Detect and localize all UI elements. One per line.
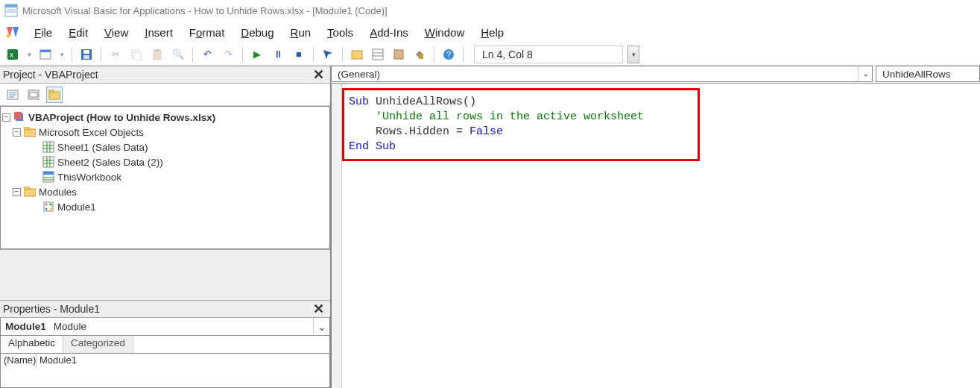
dropdown-icon[interactable]: ▾: [25, 51, 33, 58]
svg-rect-3: [7, 11, 16, 13]
tree-thisworkbook[interactable]: ThisWorkbook: [2, 169, 328, 184]
svg-point-54: [45, 204, 48, 206]
svg-rect-1: [5, 4, 17, 7]
prop-name-value[interactable]: Module1: [37, 354, 329, 369]
dropdown-icon[interactable]: ⌄: [313, 318, 329, 335]
menu-addins[interactable]: Add-Ins: [362, 23, 416, 42]
menu-run[interactable]: Run: [283, 23, 319, 42]
menu-insert[interactable]: Insert: [137, 23, 180, 42]
code-editor[interactable]: Sub UnhideAllRows() 'Unhide all rows in …: [331, 84, 980, 388]
reset-icon[interactable]: ■: [291, 46, 307, 63]
properties-grid[interactable]: (Name) Module1: [0, 354, 330, 388]
menu-file[interactable]: File: [27, 23, 60, 42]
collapse-icon[interactable]: −: [2, 113, 10, 122]
code-header: (General) ⌄ UnhideAllRows: [331, 66, 980, 84]
menu-format[interactable]: Format: [182, 23, 233, 42]
undo-icon[interactable]: ↶: [199, 46, 215, 63]
svg-rect-53: [44, 202, 53, 211]
dropdown-icon[interactable]: ⌄: [858, 66, 869, 81]
project-panel-header: Project - VBAProject ✕: [0, 66, 330, 84]
properties-tabs: Alphabetic Categorized: [0, 336, 330, 354]
title-bar: Microsoft Visual Basic for Applications …: [0, 0, 980, 21]
svg-rect-15: [155, 49, 159, 51]
code-gutter: [332, 84, 342, 388]
svg-point-4: [7, 34, 10, 38]
folder-icon: [24, 126, 36, 138]
cut-icon[interactable]: ✂: [107, 46, 124, 63]
tree-module1[interactable]: Module1: [2, 199, 328, 214]
vbaproject-icon: [13, 111, 25, 123]
menu-bar: File Edit View Insert Format Debug Run T…: [0, 21, 980, 43]
close-icon[interactable]: ✕: [310, 66, 327, 83]
project-toolbar: [0, 84, 330, 106]
svg-rect-17: [352, 51, 362, 59]
dropdown-icon[interactable]: ▾: [58, 51, 66, 58]
toolbox-icon[interactable]: [411, 46, 428, 63]
toolbar-overflow-dropdown[interactable]: ▾: [627, 46, 639, 63]
view-object-icon[interactable]: [25, 87, 42, 103]
panel-gap: [0, 249, 330, 300]
redo-icon[interactable]: ↷: [220, 46, 236, 63]
collapse-icon[interactable]: −: [13, 188, 21, 196]
module-icon: [42, 201, 54, 213]
project-tree[interactable]: − VBAProject (How to Unhide Rows.xlsx) −…: [0, 106, 330, 249]
menu-window[interactable]: Window: [417, 23, 472, 42]
copy-icon[interactable]: [128, 46, 145, 63]
svg-rect-21: [394, 50, 403, 59]
tab-categorized[interactable]: Categorized: [63, 336, 133, 353]
paste-icon[interactable]: [149, 46, 165, 63]
collapse-icon[interactable]: −: [13, 128, 21, 137]
svg-rect-22: [419, 54, 423, 59]
menu-tools[interactable]: Tools: [320, 23, 361, 42]
tree-sheet1[interactable]: Sheet1 (Sales Data): [2, 140, 328, 154]
tab-alphabetic[interactable]: Alphabetic: [1, 336, 63, 353]
workbook-icon: [42, 171, 54, 183]
properties-panel-header: Properties - Module1 ✕: [0, 300, 330, 318]
svg-rect-37: [43, 142, 54, 152]
tree-excel-objects[interactable]: − Microsoft Excel Objects: [2, 125, 328, 140]
view-code-icon[interactable]: [4, 87, 21, 103]
find-icon[interactable]: 🔍: [170, 46, 186, 63]
svg-rect-18: [373, 49, 383, 60]
design-mode-icon[interactable]: [320, 46, 336, 63]
break-icon[interactable]: ⏸: [270, 46, 286, 63]
svg-point-56: [45, 208, 48, 210]
menu-help[interactable]: Help: [473, 23, 511, 42]
view-excel-icon[interactable]: x: [4, 46, 21, 63]
vba-logo-icon: [4, 25, 21, 40]
svg-rect-8: [40, 50, 51, 52]
tree-sheet2[interactable]: Sheet2 (Sales Data (2)): [2, 154, 328, 169]
svg-rect-13: [134, 52, 141, 60]
svg-marker-16: [323, 50, 332, 59]
svg-rect-34: [14, 112, 22, 119]
insert-module-icon[interactable]: [37, 46, 54, 63]
standard-toolbar: x ▾ ▾ ✂ 🔍 ↶ ↷ ▶ ⏸ ■ ? Ln 4, Col 8 ▾: [0, 43, 980, 66]
menu-edit[interactable]: Edit: [61, 23, 95, 42]
window-title: Microsoft Visual Basic for Applications …: [22, 5, 388, 16]
project-explorer-icon[interactable]: [349, 46, 365, 63]
code-text[interactable]: Sub UnhideAllRows() 'Unhide all rows in …: [349, 95, 690, 154]
properties-object-selector[interactable]: Module1 Module ⌄: [0, 318, 330, 336]
svg-rect-42: [43, 157, 54, 167]
menu-view[interactable]: View: [97, 23, 136, 42]
procedure-combo[interactable]: UnhideAllRows: [876, 66, 980, 82]
save-icon[interactable]: [78, 46, 95, 63]
toggle-folders-icon[interactable]: [46, 87, 63, 103]
svg-point-55: [50, 204, 52, 206]
object-combo[interactable]: (General) ⌄: [331, 66, 873, 82]
svg-rect-30: [30, 93, 37, 97]
svg-rect-36: [24, 128, 29, 130]
svg-rect-10: [83, 50, 89, 54]
properties-panel-title: Properties - Module1: [3, 303, 100, 315]
worksheet-icon: [42, 141, 54, 153]
object-browser-icon[interactable]: [391, 46, 407, 63]
run-icon[interactable]: ▶: [249, 46, 265, 63]
close-icon[interactable]: ✕: [310, 301, 327, 317]
properties-window-icon[interactable]: [370, 46, 386, 63]
svg-rect-2: [7, 9, 16, 10]
help-icon[interactable]: ?: [440, 46, 457, 63]
tree-root[interactable]: − VBAProject (How to Unhide Rows.xlsx): [2, 110, 328, 125]
menu-debug[interactable]: Debug: [233, 23, 281, 42]
worksheet-icon: [42, 156, 54, 168]
tree-modules-folder[interactable]: − Modules: [2, 184, 328, 199]
